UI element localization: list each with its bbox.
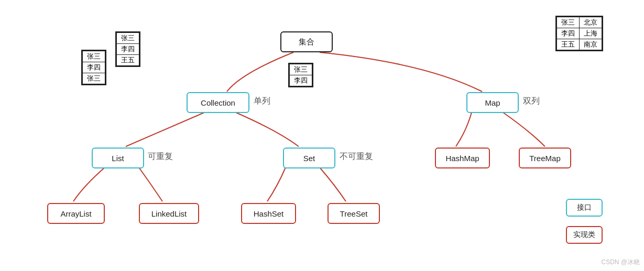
node-arraylist: ArrayList xyxy=(47,203,105,224)
node-hashmap: HashMap xyxy=(435,148,490,168)
node-hashset: HashSet xyxy=(241,203,296,224)
node-linkedlist: LinkedList xyxy=(139,203,199,224)
diagram: 集合 Collection 单列 Map 双列 List 可重复 Set 不可重… xyxy=(0,0,644,271)
node-treemap: TreeMap xyxy=(519,148,571,168)
legend-impl-box: 实现类 xyxy=(566,226,603,244)
node-list: List xyxy=(92,148,144,168)
watermark: CSDN @冰晓 xyxy=(601,258,640,267)
table-list-example-back: 张三 李四 王五 xyxy=(115,31,140,67)
node-set: Set xyxy=(283,148,335,168)
label-single: 单列 xyxy=(254,96,270,107)
label-double: 双列 xyxy=(523,96,540,107)
table-list-example-front: 张三 李四 张三 xyxy=(81,50,106,85)
table-map-example: 张三北京 李四上海 王五南京 xyxy=(555,16,603,51)
table-set-example: 张三 李四 xyxy=(288,63,313,87)
label-not-repeatable: 不可重复 xyxy=(340,151,373,162)
node-jihe: 集合 xyxy=(280,31,333,52)
node-treeset: TreeSet xyxy=(328,203,380,224)
legend-interface-box: 接口 xyxy=(566,199,603,217)
label-repeatable: 可重复 xyxy=(148,151,173,162)
node-map: Map xyxy=(466,92,519,113)
node-collection: Collection xyxy=(187,92,249,113)
